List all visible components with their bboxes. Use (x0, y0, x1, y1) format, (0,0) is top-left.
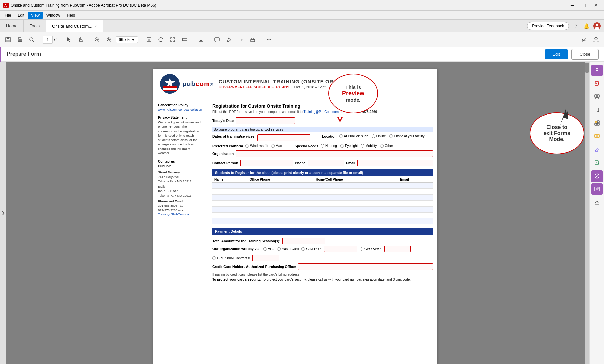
signature-tool[interactable] (591, 197, 603, 208)
notifications-icon[interactable]: 🔔 (583, 22, 590, 30)
forms-tool[interactable] (591, 183, 603, 195)
download-button[interactable] (196, 34, 206, 45)
save-icon (5, 37, 11, 43)
user-avatar-icon[interactable] (593, 22, 601, 30)
zoom-search-button[interactable] (26, 34, 37, 45)
separator-5 (193, 36, 193, 44)
comment-button[interactable] (212, 34, 222, 45)
total-amount-input[interactable] (282, 238, 325, 244)
phone-input[interactable] (308, 160, 344, 166)
text-button[interactable]: T (236, 34, 246, 45)
zoom-out-button[interactable] (92, 34, 102, 45)
special-hearing-option[interactable]: Hearing (321, 144, 337, 148)
toolbar: / 1 66.7% ▼ (0, 32, 604, 47)
svg-rect-37 (163, 86, 177, 88)
protect-tool[interactable] (591, 170, 603, 182)
gpo-spa-input[interactable] (384, 246, 411, 252)
form-email-link[interactable]: Training@PubCom.com (303, 110, 338, 114)
special-eyesight-option[interactable]: Eyesight (340, 144, 358, 148)
menu-help[interactable]: Help (64, 12, 79, 19)
tab-document[interactable]: Onsite and Custom... × (46, 20, 103, 32)
zoom-in-button[interactable] (104, 34, 114, 45)
zoom-control[interactable]: 66.7% ▼ (116, 36, 138, 43)
pay-gpo980-option[interactable]: GPO 980M Contract # (212, 256, 250, 260)
tab-close-icon[interactable]: × (95, 24, 97, 28)
pdf-export-tool[interactable]: PDF (591, 78, 603, 89)
sidebar-email-link[interactable]: Training@PubCom.com (158, 212, 191, 216)
contact-person-input[interactable] (240, 160, 293, 166)
pdf-viewer[interactable]: This is Preview mode. (6, 62, 585, 364)
menu-edit[interactable]: Edit (14, 12, 28, 19)
svg-point-34 (595, 37, 597, 40)
more-tools-button[interactable] (264, 34, 274, 45)
close-window-button[interactable]: ✕ (591, 2, 601, 9)
tab-bar: Home Tools Onsite and Custom... × Provid… (0, 20, 604, 32)
comment-tool[interactable] (591, 131, 603, 142)
fit-width-button[interactable] (179, 34, 190, 45)
highlight-button[interactable] (224, 34, 234, 45)
pay-gpo-spa-option[interactable]: GPO SPA # (360, 247, 382, 251)
platform-mac-option[interactable]: Mac (271, 144, 283, 148)
combine-tool[interactable] (591, 91, 603, 102)
minimize-button[interactable]: ─ (568, 2, 577, 9)
print-button[interactable] (15, 34, 25, 45)
accessibility-tool[interactable] (591, 65, 603, 76)
location-onsite-option[interactable]: Onsite at your facility (389, 134, 425, 138)
link-button[interactable] (579, 34, 589, 45)
organize-tool[interactable] (591, 117, 603, 129)
menu-file[interactable]: File (1, 12, 14, 19)
tab-home[interactable]: Home (0, 20, 24, 32)
location-online-option[interactable]: Online (372, 134, 386, 138)
table-row (212, 183, 433, 189)
total-label: Total Amount for the Training Session(s)… (212, 239, 280, 243)
rotate-button[interactable] (156, 34, 166, 45)
dates-input[interactable] (257, 134, 310, 141)
phone-2: 877-978-2266 FAX (158, 208, 203, 212)
green-export-tool[interactable] (591, 157, 603, 168)
gpo-980m-input[interactable] (252, 255, 279, 261)
provide-feedback-button[interactable]: Provide Feedback (527, 22, 569, 30)
govt-po-input[interactable] (324, 246, 357, 252)
email-input[interactable] (357, 160, 433, 166)
edit-button[interactable]: Edit (545, 49, 568, 59)
fit-page-button[interactable] (144, 34, 154, 45)
pay-visa-option[interactable]: Visa (263, 247, 274, 251)
scrollbar[interactable] (585, 62, 589, 364)
todays-date-label: Today's Date (212, 119, 234, 123)
zoom-level-display[interactable]: 66.7% ▼ (116, 36, 138, 43)
select-tool-button[interactable] (64, 34, 74, 45)
cancellation-link[interactable]: www.PubCom.com/cancellation (158, 108, 202, 111)
location-lab-option[interactable]: At PubCom's lab (339, 134, 368, 138)
todays-date-input[interactable] (236, 117, 295, 124)
help-icon[interactable]: ? (572, 22, 580, 30)
pubcom-logo: pubcom® (160, 74, 213, 94)
tab-tools[interactable]: Tools (24, 20, 46, 32)
scrollbar-thumb[interactable] (585, 63, 589, 73)
user-icon (593, 37, 599, 43)
left-panel-toggle[interactable] (0, 62, 6, 364)
user-button[interactable] (591, 34, 601, 45)
highlight-icon (226, 37, 232, 43)
fill-sign-tool[interactable] (591, 144, 603, 155)
pay-mastercard-option[interactable]: MasterCard (277, 247, 299, 251)
page-number-input[interactable] (43, 36, 53, 44)
organization-input[interactable] (236, 150, 433, 157)
cc-holder-input[interactable] (298, 263, 433, 270)
pay-govtpo-option[interactable]: Govt PO # (301, 247, 321, 251)
special-mobility-option[interactable]: Mobility (361, 144, 377, 148)
hand-tool-button[interactable] (76, 34, 86, 45)
maximize-button[interactable]: □ (580, 2, 589, 9)
menu-window[interactable]: Window (43, 12, 64, 19)
stamp-button[interactable] (247, 34, 258, 45)
special-other-option[interactable]: Other (380, 144, 393, 148)
menu-view[interactable]: View (28, 12, 43, 19)
privacy-title: Privacy Statement (158, 116, 203, 119)
full-screen-button[interactable] (168, 34, 178, 45)
chevron-right-icon (1, 211, 5, 216)
save-button[interactable] (3, 34, 13, 45)
close-forms-button[interactable]: Close (571, 49, 599, 60)
svg-rect-30 (252, 38, 254, 40)
bubble-right-line1: Close to (547, 124, 567, 130)
export-tool[interactable] (591, 104, 603, 116)
platform-windows-option[interactable]: Windows ⊞ (245, 144, 268, 148)
